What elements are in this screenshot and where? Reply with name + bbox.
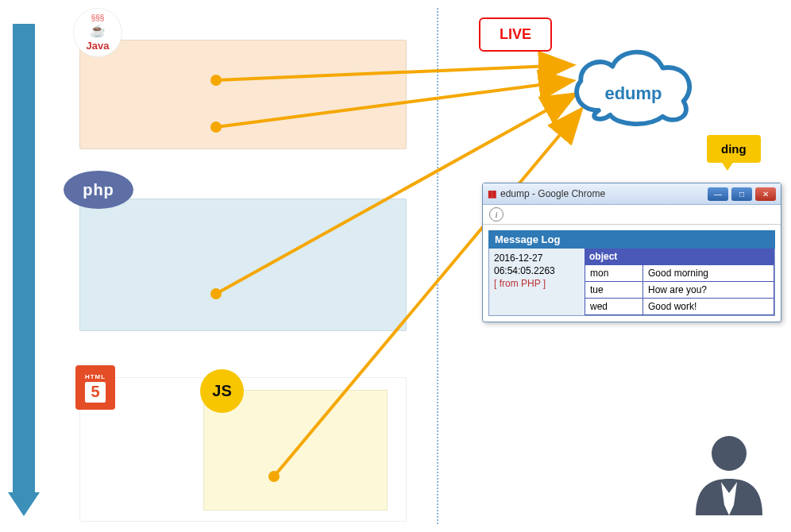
window-title: edump - Google Chrome (500, 188, 605, 199)
log-date: 2016-12-27 (494, 252, 580, 264)
edump-cloud-icon: edump (564, 40, 703, 127)
object-header: object (585, 249, 774, 264)
divider-line (437, 8, 438, 524)
user-icon (688, 430, 771, 520)
close-button[interactable]: ✕ (755, 187, 776, 201)
log-entry: 2016-12-27 06:54:05.2263 [ from PHP ] ob… (488, 249, 775, 316)
log-time: 06:54:05.2263 (494, 264, 580, 277)
svg-rect-9 (726, 482, 732, 488)
log-window: ▮▮ edump - Google Chrome — □ ✕ i Message… (482, 183, 781, 322)
php-icon: php (64, 171, 133, 209)
table-row: tueHow are you? (585, 282, 774, 299)
table-row: wedGood work! (585, 299, 774, 315)
svg-point-8 (712, 436, 747, 471)
html-block (79, 377, 407, 522)
java-block (79, 40, 407, 149)
pause-icon: ▮▮ (488, 188, 496, 199)
ding-bubble: ding (707, 135, 761, 163)
java-icon: §§§ ☕ Java (73, 8, 122, 57)
minimize-button[interactable]: — (708, 187, 728, 201)
php-block (79, 199, 407, 331)
js-icon: JS (200, 369, 244, 413)
object-table: monGood morning tueHow are you? wedGood … (585, 264, 774, 315)
time-flow-arrow: time flow. (8, 24, 40, 516)
log-source: [ from PHP ] (494, 277, 580, 290)
window-titlebar[interactable]: ▮▮ edump - Google Chrome — □ ✕ (483, 183, 781, 205)
message-log-header: Message Log (488, 230, 775, 249)
maximize-button[interactable]: □ (731, 187, 752, 201)
html5-icon: HTML 5 (75, 365, 115, 410)
info-icon[interactable]: i (489, 207, 504, 222)
live-badge: LIVE (479, 17, 552, 52)
table-row: monGood morning (585, 265, 774, 282)
window-urlbar: i (483, 205, 781, 225)
